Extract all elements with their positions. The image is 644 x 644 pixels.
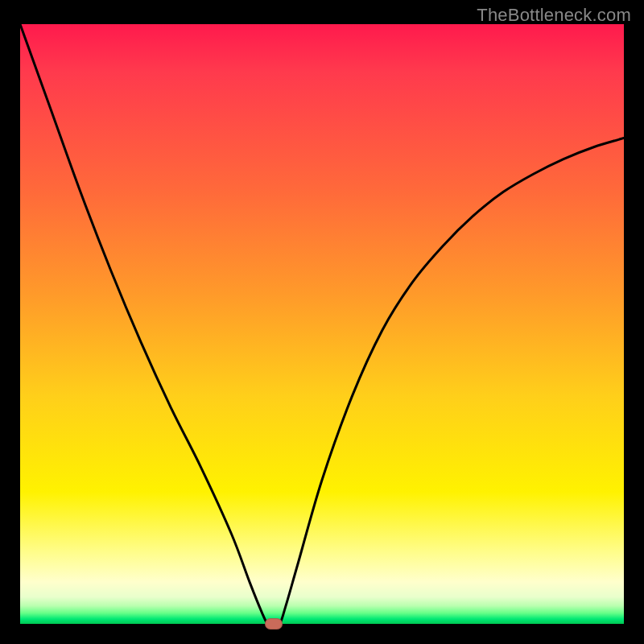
plot-area — [20, 24, 624, 624]
optimal-point-marker — [265, 618, 283, 630]
chart-frame: TheBottleneck.com — [0, 0, 644, 644]
bottleneck-curve — [20, 24, 624, 624]
watermark-label: TheBottleneck.com — [477, 5, 631, 26]
